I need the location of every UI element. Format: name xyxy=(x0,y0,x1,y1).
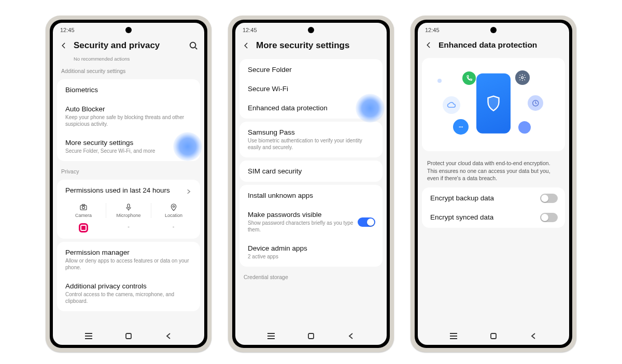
row-biometrics[interactable]: Biometrics xyxy=(57,80,200,99)
encrypt-backup-toggle[interactable] xyxy=(540,194,558,203)
screen-security-privacy: 12:45 Security and privacy No recommende… xyxy=(53,23,204,345)
row-sim-security[interactable]: SIM card security xyxy=(239,162,383,181)
samsung-pass-sub: Use biometric authentication to verify y… xyxy=(248,137,374,151)
svg-rect-24 xyxy=(491,333,496,339)
section-credential-storage: Credential storage xyxy=(235,270,387,282)
card-privacy-controls: Permission manager Allow or deny apps to… xyxy=(57,242,200,311)
perm-col-camera[interactable]: Camera xyxy=(61,203,106,218)
cloud-icon xyxy=(443,96,460,114)
device-admin-label: Device admin apps xyxy=(248,244,374,252)
row-secure-wifi[interactable]: Secure Wi-Fi xyxy=(239,79,383,98)
phone-frame-2: 12:45 More security settings Secure Fold… xyxy=(228,16,394,352)
svg-rect-11 xyxy=(126,333,131,339)
row-more-security[interactable]: More security settings Secure Folder, Se… xyxy=(57,133,200,160)
toggle-knob xyxy=(367,219,374,226)
status-time: 12:45 xyxy=(425,27,440,33)
row-make-passwords-visible[interactable]: Make passwords visible Show password cha… xyxy=(239,205,383,239)
chat-icon xyxy=(453,119,469,135)
svg-rect-15 xyxy=(308,333,314,339)
card-encrypt-options: Encrypt backup data Encrypt synced data xyxy=(422,187,565,228)
perm-app-loc: - xyxy=(151,223,196,232)
row-encrypt-synced[interactable]: Encrypt synced data xyxy=(422,208,565,227)
more-security-label: More security settings xyxy=(65,139,192,147)
front-camera-dot xyxy=(490,27,497,33)
encrypt-backup-label: Encrypt backup data xyxy=(430,194,536,202)
perm-col-microphone[interactable]: Microphone xyxy=(106,203,151,218)
card-install-pw: Install unknown apps Make passwords visi… xyxy=(239,185,383,267)
svg-point-18 xyxy=(462,126,463,127)
toggle-knob xyxy=(541,214,548,221)
permission-manager-sub: Allow or deny apps to access features or… xyxy=(65,257,192,271)
page-title: More security settings xyxy=(256,40,380,51)
nav-bar xyxy=(418,327,569,345)
nav-back-button[interactable] xyxy=(158,331,179,341)
page-title: Security and privacy xyxy=(74,40,183,51)
nav-back-button[interactable] xyxy=(341,331,361,341)
row-enhanced-data-protection[interactable]: Enhanced data protection xyxy=(239,98,383,118)
nav-recents-button[interactable] xyxy=(78,331,99,341)
svg-point-3 xyxy=(82,206,85,209)
perm-app-camera[interactable] xyxy=(61,223,106,232)
camera-icon xyxy=(79,203,88,211)
dot-icon xyxy=(437,79,442,83)
description-text: Protect your cloud data with end-to-end … xyxy=(418,154,569,184)
row-samsung-pass[interactable]: Samsung Pass Use biometric authenticatio… xyxy=(239,123,383,156)
row-permission-manager[interactable]: Permission manager Allow or deny apps to… xyxy=(57,243,200,276)
nav-recents-button[interactable] xyxy=(261,331,281,341)
clock-icon xyxy=(528,95,543,111)
perm-mic-label: Microphone xyxy=(116,213,140,218)
auto-blocker-label: Auto Blocker xyxy=(65,105,192,113)
phone-frame-3: 12:45 Enhanced data protection Protect y… xyxy=(411,16,576,352)
permissions-grid: Camera Microphone Location xyxy=(57,200,200,223)
back-button[interactable] xyxy=(242,41,251,50)
screen-enhanced-data-protection: 12:45 Enhanced data protection Protect y… xyxy=(418,23,569,345)
tap-hint-pulse xyxy=(173,132,202,161)
card-secure-group: Secure Folder Secure Wi-Fi Enhanced data… xyxy=(239,59,383,119)
sim-label: SIM card security xyxy=(248,167,374,175)
back-button[interactable] xyxy=(59,41,68,50)
nav-bar xyxy=(235,327,387,345)
nav-recents-button[interactable] xyxy=(443,331,464,341)
enhanced-label: Enhanced data protection xyxy=(248,104,374,112)
nav-home-button[interactable] xyxy=(483,331,504,341)
search-icon[interactable] xyxy=(189,41,198,50)
no-recommended-text: No recommended actions xyxy=(53,56,204,64)
content-area: Protect your cloud data with end-to-end … xyxy=(418,55,569,327)
back-button[interactable] xyxy=(424,40,433,50)
row-permissions-24h[interactable]: Permissions used in last 24 hours xyxy=(57,181,200,200)
phone-bezel: 12:45 Enhanced data protection Protect y… xyxy=(415,20,572,348)
nav-home-button[interactable] xyxy=(301,331,321,341)
phone-frame-1: 12:45 Security and privacy No recommende… xyxy=(46,16,211,352)
dot-icon xyxy=(518,121,531,134)
svg-point-16 xyxy=(459,126,460,127)
section-additional-label: Additional security settings xyxy=(53,64,204,76)
additional-privacy-label: Additional privacy controls xyxy=(65,282,192,290)
install-unknown-label: Install unknown apps xyxy=(248,192,374,199)
nav-back-button[interactable] xyxy=(523,331,544,341)
row-secure-folder[interactable]: Secure Folder xyxy=(239,60,383,79)
row-additional-privacy[interactable]: Additional privacy controls Control acce… xyxy=(57,276,200,310)
perm-app-mic: - xyxy=(106,223,151,232)
illustration-card xyxy=(422,58,565,151)
title-bar: More security settings xyxy=(235,37,387,56)
chevron-right-icon xyxy=(186,187,192,194)
biometrics-label: Biometrics xyxy=(65,86,192,94)
section-privacy-label: Privacy xyxy=(53,164,204,177)
title-bar: Security and privacy xyxy=(53,37,204,56)
nav-home-button[interactable] xyxy=(118,331,139,341)
row-install-unknown[interactable]: Install unknown apps xyxy=(239,186,383,205)
encrypt-synced-toggle[interactable] xyxy=(540,213,558,222)
samsung-pass-label: Samsung Pass xyxy=(248,128,374,136)
perm-col-location[interactable]: Location xyxy=(151,203,196,218)
gear-icon xyxy=(515,70,530,85)
encrypt-synced-label: Encrypt synced data xyxy=(430,213,536,221)
page-title: Enhanced data protection xyxy=(439,40,563,50)
row-encrypt-backup[interactable]: Encrypt backup data xyxy=(422,188,565,208)
row-device-admin[interactable]: Device admin apps 2 active apps xyxy=(239,239,383,266)
pwvis-toggle[interactable] xyxy=(358,217,375,227)
row-auto-blocker[interactable]: Auto Blocker Keep your phone safe by blo… xyxy=(57,99,200,133)
microphone-icon xyxy=(124,203,133,211)
title-bar: Enhanced data protection xyxy=(418,37,569,55)
secure-wifi-label: Secure Wi-Fi xyxy=(248,85,374,93)
nav-bar xyxy=(53,327,204,345)
